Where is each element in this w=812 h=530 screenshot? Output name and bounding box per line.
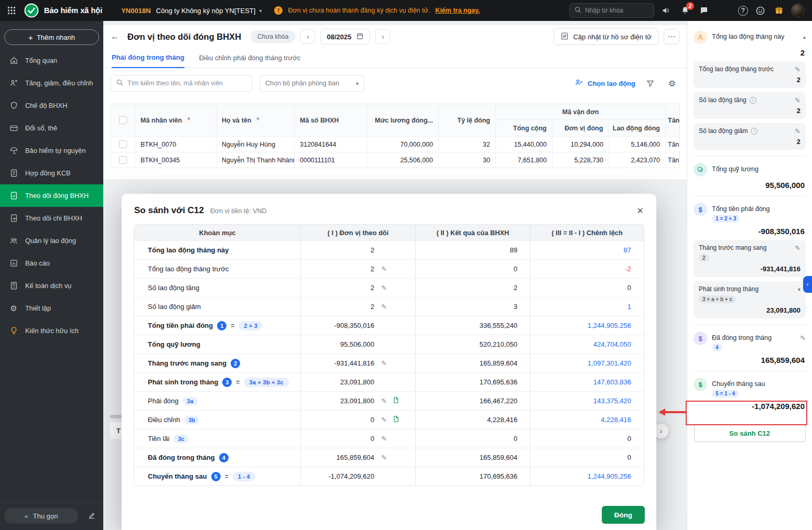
total-due-card: $ Tổng tiền phải đóng 1 = 2 + 3 -908,350… [692, 196, 807, 325]
document-icon[interactable] [392, 415, 399, 424]
warning-link[interactable]: Kiểm tra ngay. [435, 7, 480, 14]
edit-icon[interactable]: ✎ [795, 128, 800, 135]
info-icon[interactable]: i [750, 97, 756, 104]
compose-button[interactable] [84, 509, 99, 523]
close-icon[interactable]: ✕ [637, 206, 644, 216]
document-icon[interactable] [392, 396, 399, 405]
home-icon [8, 56, 19, 65]
equals-sign: = [236, 379, 240, 386]
org-code: YN0018N [121, 7, 150, 15]
labor-summary-card: Tổng lao động tháng này ▴ 2 Tổng lao độn… [692, 24, 807, 157]
number-badge: 4 [712, 344, 722, 351]
smiley-icon[interactable] [753, 4, 767, 17]
person-check-icon [575, 78, 583, 89]
summary-panel: Tổng lao động tháng này ▴ 2 Tổng lao độn… [687, 21, 812, 530]
prev-month-button[interactable]: ‹ [300, 29, 315, 44]
sidebar-item-bao-hiem-tu-nguyen[interactable]: Bảo hiểm tự nguyện [0, 139, 103, 162]
table-row[interactable]: BTKH_0070 Nguyễn Huy Hùng 3120841644 70,… [111, 136, 679, 152]
sidebar-item-che-do-bhxh[interactable]: Chế độ BHXH [0, 94, 103, 117]
collapse-sidebar-button[interactable]: « Thu gọn [4, 508, 78, 524]
sidebar-item-kien-thuc-huu-ich[interactable]: Kiến thức hữu ích [0, 319, 103, 342]
edit-icon[interactable]: ✎ [381, 284, 387, 291]
tab-bar: Phải đóng trong tháng Điều chỉnh phải đó… [103, 48, 687, 68]
edit-icon[interactable]: ✎ [381, 266, 387, 272]
group-header-ma-van-don: Mã vận đơn Tổng cộng Đơn vị đóng Lao độn… [496, 104, 666, 136]
people-icon [8, 236, 19, 245]
back-button[interactable]: ← [111, 31, 122, 42]
edit-icon[interactable]: ✎ [381, 360, 387, 367]
edit-icon[interactable]: ✎ [800, 332, 806, 341]
chevron-down-icon[interactable]: ▾ [798, 286, 800, 292]
select-all-checkbox[interactable] [119, 116, 127, 124]
chat-icon[interactable] [697, 4, 711, 17]
next-month-button[interactable]: › [375, 29, 390, 44]
choose-worker-button[interactable]: Chọn lao động [575, 75, 635, 91]
row-checkbox[interactable] [119, 156, 127, 164]
megaphone-icon[interactable] [659, 4, 673, 17]
sidebar-item-tang-giam[interactable]: Tăng, giảm, điều chỉnh [0, 72, 103, 94]
info-icon[interactable]: i [751, 128, 757, 135]
sidebar-item-doi-so-the[interactable]: Đổi sổ, thẻ [0, 117, 103, 139]
dollar-icon: $ [694, 378, 707, 391]
edit-icon[interactable]: ✎ [381, 435, 387, 442]
settings-icon[interactable]: ⚙ [665, 76, 679, 91]
table-row[interactable]: BTKH_00345 Nguyễn Thị Thanh Nhànn 000011… [111, 152, 679, 168]
sidebar-item-theo-doi-chi-bhxh[interactable]: Theo dõi chi BHXH [0, 207, 103, 229]
gift-icon[interactable] [772, 4, 786, 17]
quick-add-button[interactable]: + Thêm nhanh [4, 29, 99, 45]
help-icon[interactable]: ? [738, 6, 748, 16]
page-header: ← Đơn vị theo dõi đóng BHXH Chưa khóa ‹ … [103, 25, 687, 48]
employee-search-input[interactable] [127, 80, 246, 87]
edit-icon[interactable]: ✎ [381, 303, 387, 310]
period-picker[interactable]: 08/2025 [320, 29, 370, 45]
contract-icon [8, 169, 19, 178]
apps-grid-icon[interactable] [7, 6, 17, 15]
dong-button[interactable]: Đóng [602, 506, 645, 524]
edit-icon[interactable]: ✎ [795, 66, 800, 73]
comparison-row: Tổng tiền phải đóng 1 = 2 + 3 -908,350,0… [134, 316, 644, 335]
filter-row: Chọn bộ phận phòng ban ▾ Chọn lao động ⚙ [103, 68, 687, 97]
sidebar-item-theo-doi-dong-bhxh[interactable]: Theo dõi đóng BHXH [0, 184, 103, 207]
collapse-panel-tab[interactable]: ‹ [803, 276, 812, 293]
more-options-button[interactable]: ⋯ [664, 29, 679, 45]
row-checkbox[interactable] [119, 140, 127, 148]
labor-increase-card: Số lao động tăng i ✎ 2 [694, 92, 806, 119]
sidebar-item-hop-dong-kcb[interactable]: Hợp đồng KCB [0, 162, 103, 184]
topbar-search-input[interactable] [585, 7, 643, 14]
sidebar-item-quan-ly-lao-dong[interactable]: Quản lý lao động [0, 229, 103, 252]
sidebar-item-tong-quan[interactable]: Tổng quan [0, 49, 103, 72]
collapse-card-icon[interactable]: ▴ [803, 30, 806, 40]
edit-icon[interactable]: ✎ [381, 454, 387, 461]
equals-sign: = [225, 473, 229, 480]
sidebar-footer: « Thu gọn [0, 502, 103, 530]
number-badge: 5 [211, 472, 221, 481]
user-avatar[interactable] [791, 4, 805, 17]
filter-icon[interactable] [643, 76, 657, 91]
sidebar: + Thêm nhanh Tổng quan Tăng, giảm, điều … [0, 21, 103, 530]
department-select[interactable]: Chọn bộ phận phòng ban ▾ [259, 75, 364, 92]
edit-icon[interactable]: ✎ [381, 398, 387, 404]
notification-bell-icon[interactable]: 2 [678, 4, 692, 17]
gear-icon: ⚙ [8, 304, 19, 313]
edit-icon[interactable]: ✎ [795, 97, 800, 104]
sidebar-item-bao-cao[interactable]: Báo cáo [0, 252, 103, 274]
org-selector[interactable]: Công ty Không ký nộp YN[TEST] ▾ [156, 7, 262, 15]
update-from-records-button[interactable]: Cập nhật từ hồ sơ điện tử [554, 28, 658, 45]
formula-badge: 3 = a + b + c [699, 295, 736, 303]
tab-dieu-chinh-phai-dong[interactable]: Điều chỉnh phải đóng tháng trước [199, 54, 301, 68]
collapse-icon: « [25, 512, 28, 520]
tab-phai-dong-trong-thang[interactable]: Phải đóng trong tháng [112, 53, 185, 68]
horizontal-scrollbar[interactable] [110, 415, 122, 418]
person-adjust-icon [8, 79, 19, 87]
edit-icon[interactable]: ✎ [795, 245, 800, 251]
compare-c12-button[interactable]: So sánh C12 [694, 424, 806, 442]
edit-icon[interactable]: ✎ [381, 416, 387, 423]
chevron-down-icon: ▾ [259, 8, 262, 14]
card-icon [8, 124, 19, 132]
sidebar-item-ke-toan-dich-vu[interactable]: Kế toán dịch vụ [0, 274, 103, 297]
sidebar-item-thiet-lap[interactable]: ⚙ Thiết lập [0, 297, 103, 319]
pin-icon[interactable] [185, 116, 191, 124]
salary-fund-value: 95,506,000 [694, 181, 805, 190]
topbar: Bảo hiểm xã hội YN0018N Công ty Không ký… [0, 0, 812, 21]
pin-icon[interactable] [254, 116, 261, 124]
